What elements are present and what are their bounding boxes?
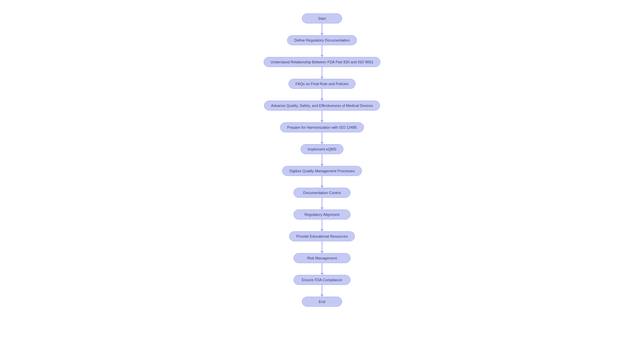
connector-6	[322, 132, 322, 144]
connector-8	[322, 176, 322, 188]
connector-1	[322, 23, 322, 35]
node-documentation-control[interactable]: Documentation Control	[293, 188, 351, 198]
connector-10	[322, 220, 322, 231]
node-prepare-harmonization[interactable]: Prepare for Harmonization with ISO 13485	[280, 122, 364, 132]
node-ensure-fda[interactable]: Ensure FDA Compliance	[293, 275, 351, 285]
node-advance-quality[interactable]: Advance Quality, Safety, and Effectivene…	[264, 101, 380, 111]
flowchart: Start Define Regulatory Documentation Un…	[264, 7, 380, 313]
connector-13	[322, 285, 322, 297]
node-implement-eqms[interactable]: Implement eQMS	[301, 144, 343, 154]
connector-11	[322, 241, 322, 253]
node-end[interactable]: End	[302, 297, 342, 307]
connector-7	[322, 154, 322, 166]
node-faqs[interactable]: FAQs on Final Rule and Policies	[288, 79, 356, 89]
node-digitize-quality[interactable]: Digitize Quality Management Processes	[282, 166, 362, 176]
node-understand-relationship[interactable]: Understand Relationship Between FDA Part…	[264, 57, 380, 67]
connector-2	[322, 45, 322, 57]
connector-12	[322, 263, 322, 275]
connector-9	[322, 198, 322, 209]
connector-4	[322, 89, 322, 101]
node-provide-educational[interactable]: Provide Educational Resources	[289, 231, 355, 241]
node-start[interactable]: Start	[302, 13, 342, 23]
connector-3	[322, 67, 322, 79]
connector-5	[322, 111, 322, 122]
node-regulatory-alignment[interactable]: Regulatory Alignment	[293, 209, 351, 220]
node-risk-management[interactable]: Risk Management	[293, 253, 351, 263]
node-define-regulatory[interactable]: Define Regulatory Documentation	[287, 35, 357, 45]
